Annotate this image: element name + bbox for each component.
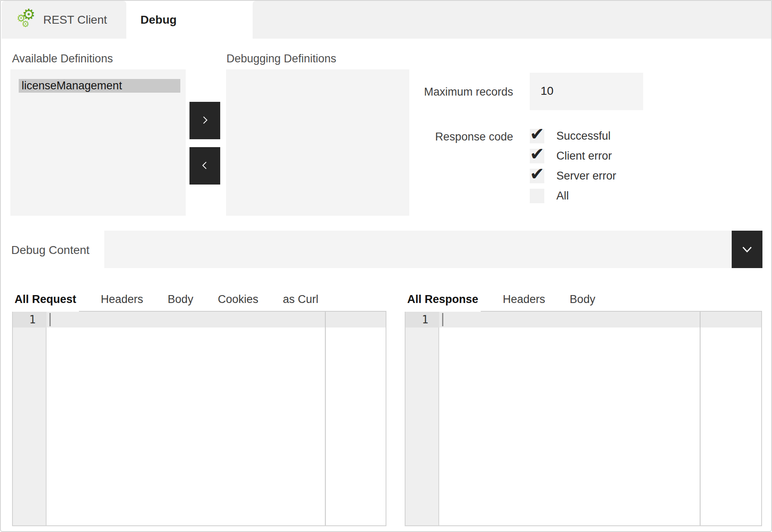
tab-request-body[interactable]: Body: [165, 292, 196, 311]
list-item-license-management[interactable]: licenseManagement: [19, 79, 180, 93]
available-definitions-label: Available Definitions: [12, 52, 113, 65]
request-line-number: 1: [13, 312, 47, 328]
app-tab-bar: ⚙ ⚙ ⚙ REST Client Debug: [1, 1, 771, 39]
checkmark-icon: ✔: [530, 124, 544, 144]
response-code-label: Response code: [416, 131, 513, 143]
client-error-label: Client error: [556, 149, 612, 163]
tab-response-headers[interactable]: Headers: [500, 292, 548, 311]
checkmark-icon: ✔: [530, 164, 544, 184]
checkbox-row-client-error: ✔ Client error: [530, 149, 616, 163]
client-error-checkbox[interactable]: ✔: [530, 149, 544, 163]
checkbox-row-all: ✔ All: [530, 189, 616, 203]
all-label: All: [556, 189, 569, 203]
response-tab-bar: All Response Headers Body: [405, 292, 762, 312]
server-error-label: Server error: [556, 169, 616, 183]
chevron-down-icon: [740, 242, 754, 257]
active-line-highlight: [406, 312, 761, 328]
checkbox-row-successful: ✔ Successful: [530, 129, 616, 143]
active-line-highlight: [13, 312, 386, 328]
text-cursor: [49, 313, 51, 326]
move-right-button[interactable]: [189, 102, 220, 139]
debugging-definitions-list[interactable]: [226, 69, 409, 216]
server-error-checkbox[interactable]: ✔: [530, 169, 544, 183]
debug-content-expand-button[interactable]: [732, 231, 762, 268]
response-editor[interactable]: 1: [405, 312, 762, 526]
maximum-records-label: Maximum records: [416, 86, 513, 99]
successful-checkbox[interactable]: ✔: [530, 129, 544, 143]
tab-all-response[interactable]: All Response: [405, 292, 481, 312]
response-line-number: 1: [406, 312, 439, 328]
move-left-button[interactable]: [189, 147, 220, 185]
tab-bar-filler: [253, 1, 771, 39]
chevron-right-icon: [199, 115, 210, 127]
debugging-definitions-label: Debugging Definitions: [226, 52, 336, 65]
tab-request-as-curl[interactable]: as Curl: [280, 292, 321, 311]
tab-request-cookies[interactable]: Cookies: [215, 292, 261, 311]
request-tab-bar: All Request Headers Body Cookies as Curl: [12, 292, 386, 312]
tab-debug[interactable]: Debug: [128, 1, 251, 39]
debug-content-input[interactable]: [104, 231, 732, 268]
tab-request-headers[interactable]: Headers: [98, 292, 146, 311]
editor-scroll-divider: [325, 312, 326, 525]
tab-rest-client-label: REST Client: [43, 13, 107, 27]
gears-icon: ⚙ ⚙ ⚙: [17, 8, 38, 32]
text-cursor: [442, 313, 443, 326]
editor-scroll-divider: [700, 312, 701, 525]
debug-content-label: Debug Content: [11, 244, 89, 257]
response-code-options: ✔ Successful ✔ Client error ✔ Server err…: [530, 129, 616, 203]
all-checkbox[interactable]: ✔: [530, 189, 544, 203]
tab-rest-client[interactable]: ⚙ ⚙ ⚙ REST Client: [2, 1, 126, 39]
checkbox-row-server-error: ✔ Server error: [530, 169, 616, 183]
chevron-left-icon: [199, 160, 210, 172]
tab-debug-label: Debug: [140, 13, 177, 27]
app-window: ⚙ ⚙ ⚙ REST Client Debug Available Defini…: [0, 0, 772, 532]
response-editor-gutter: [406, 312, 439, 525]
tab-all-request[interactable]: All Request: [12, 292, 79, 312]
maximum-records-input[interactable]: 10: [530, 73, 643, 110]
tab-response-body[interactable]: Body: [567, 292, 598, 311]
checkmark-icon: ✔: [530, 144, 544, 164]
request-editor-gutter: [13, 312, 47, 525]
successful-label: Successful: [556, 129, 611, 143]
request-editor[interactable]: 1: [12, 312, 386, 526]
available-definitions-list[interactable]: licenseManagement: [10, 69, 186, 216]
